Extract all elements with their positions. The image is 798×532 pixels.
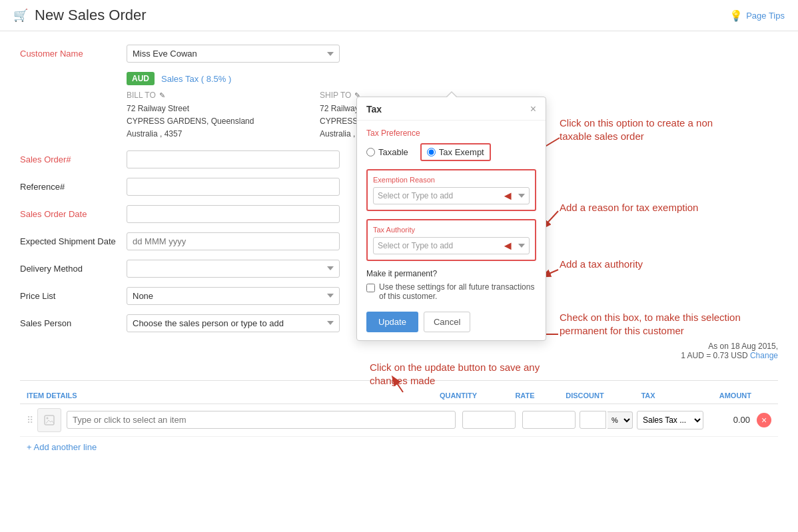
price-list-label: Price List bbox=[20, 287, 127, 301]
delivery-method-label: Delivery Method bbox=[20, 260, 127, 274]
item-description-input[interactable] bbox=[67, 411, 456, 429]
col-item-header: ITEM DETAILS bbox=[27, 392, 425, 399]
exchange-rate: As on 18 Aug 2015, 1 AUD = 0.73 USD Chan… bbox=[20, 342, 778, 360]
main-content: Customer Name Miss Eve Cowan AUD Sales T… bbox=[0, 31, 798, 471]
customer-name-label: Customer Name bbox=[20, 45, 127, 59]
annotation-2: Add a reason for tax exemption bbox=[560, 201, 719, 214]
modal-header: Tax × bbox=[357, 97, 546, 121]
annotation-5: Click on the update button to save any c… bbox=[370, 361, 543, 388]
shipment-date-input[interactable] bbox=[127, 232, 340, 250]
cancel-button[interactable]: Cancel bbox=[424, 312, 470, 332]
taxable-radio[interactable] bbox=[366, 148, 375, 156]
page-tips-label: Page Tips bbox=[746, 11, 785, 21]
reference-label: Reference# bbox=[20, 178, 127, 192]
sales-person-select[interactable]: Choose the sales person or type to add bbox=[127, 314, 340, 332]
ship-to-label: SHIP TO bbox=[320, 91, 351, 100]
taxable-option[interactable]: Taxable bbox=[366, 143, 408, 161]
sales-order-input[interactable]: SO-00031 bbox=[127, 150, 340, 168]
sales-tax-link[interactable]: Sales Tax ( 8.5% ) bbox=[161, 74, 231, 84]
tax-exempt-radio[interactable] bbox=[427, 148, 436, 156]
tax-preference-label: Tax Preference bbox=[366, 129, 536, 138]
modal-footer: Update Cancel bbox=[366, 309, 536, 332]
lightbulb-icon: 💡 bbox=[729, 9, 743, 22]
sales-order-label: Sales Order# bbox=[20, 150, 127, 164]
permanent-section-label: Make it permanent? bbox=[366, 269, 536, 278]
item-discount-wrap: 0 % $ bbox=[580, 411, 633, 429]
annotation-4: Check on this box, to make this selectio… bbox=[560, 311, 746, 338]
permanent-check-row[interactable]: Use these settings for all future transa… bbox=[366, 282, 536, 301]
customer-name-select[interactable]: Miss Eve Cowan bbox=[127, 45, 340, 63]
col-amount-header: AMOUNT bbox=[685, 392, 751, 399]
col-discount-header: DISCOUNT bbox=[558, 392, 611, 399]
tax-authority-select[interactable]: Select or Type to add bbox=[373, 237, 530, 254]
tax-preference-group: Taxable Tax Exempt bbox=[366, 143, 536, 161]
col-tax-header: TAX bbox=[611, 392, 685, 399]
sales-order-date-label: Sales Order Date bbox=[20, 205, 127, 219]
tax-authority-box: Tax Authority Select or Type to add ◄ bbox=[366, 219, 536, 261]
add-line-button[interactable]: + Add another line bbox=[20, 437, 778, 457]
bill-to-address: 72 Railway Street CYPRESS GARDENS, Queen… bbox=[127, 103, 300, 141]
tax-modal: Tax × Tax Preference Taxable Tax Exempt … bbox=[356, 97, 546, 341]
page-title-group: 🛒 New Sales Order bbox=[13, 7, 147, 24]
permanent-section: Make it permanent? Use these settings fo… bbox=[366, 269, 536, 301]
item-qty-input[interactable]: 1.00 bbox=[462, 411, 516, 429]
permanent-checkbox[interactable] bbox=[366, 284, 375, 292]
sales-order-date-input[interactable]: 14 Sep 2015 bbox=[127, 205, 340, 223]
annotation-1: Click on this option to create a non tax… bbox=[560, 117, 746, 144]
change-link[interactable]: Change bbox=[750, 351, 778, 360]
page-header: 🛒 New Sales Order 💡 Page Tips bbox=[0, 0, 798, 31]
sales-person-label: Sales Person bbox=[20, 314, 127, 328]
page-title: New Sales Order bbox=[35, 7, 147, 24]
update-button[interactable]: Update bbox=[366, 312, 418, 332]
item-table-header: ITEM DETAILS QUANTITY RATE DISCOUNT TAX … bbox=[20, 388, 778, 404]
annotation-3: Add a tax authority bbox=[560, 258, 719, 271]
exchange-rate-date: As on 18 Aug 2015, bbox=[708, 342, 778, 351]
bill-to-block: BILL TO ✎ 72 Railway Street CYPRESS GARD… bbox=[127, 91, 300, 141]
permanent-check-label: Use these settings for all future transa… bbox=[379, 282, 536, 301]
shipment-date-label: Expected Shipment Date bbox=[20, 232, 127, 246]
delivery-method-select[interactable] bbox=[127, 260, 340, 278]
bill-to-label-row: BILL TO ✎ bbox=[127, 91, 300, 100]
item-tax-select[interactable]: Sales Tax ... bbox=[637, 411, 703, 429]
taxable-label: Taxable bbox=[378, 147, 408, 157]
item-rate-input[interactable]: 0.00 bbox=[522, 411, 576, 429]
customer-name-row: Customer Name Miss Eve Cowan bbox=[20, 45, 778, 63]
item-thumbnail bbox=[37, 408, 61, 432]
tax-exempt-label: Tax Exempt bbox=[439, 147, 484, 157]
modal-body: Tax Preference Taxable Tax Exempt Exempt… bbox=[357, 121, 546, 340]
delete-item-button[interactable]: × bbox=[757, 413, 771, 427]
table-row: ⠿ 1.00 0.00 0 % $ Sales Tax ... 0.00 bbox=[20, 404, 778, 437]
price-list-select[interactable]: None bbox=[127, 287, 340, 305]
item-discount-input[interactable]: 0 bbox=[580, 411, 606, 429]
item-discount-type-select[interactable]: % $ bbox=[607, 411, 633, 429]
tax-exempt-option[interactable]: Tax Exempt bbox=[420, 143, 491, 161]
svg-point-1 bbox=[47, 417, 49, 419]
exemption-reason-box: Exemption Reason Select or Type to add ◄ bbox=[366, 169, 536, 211]
item-table-section: ITEM DETAILS QUANTITY RATE DISCOUNT TAX … bbox=[20, 380, 778, 457]
currency-badge: AUD bbox=[127, 72, 155, 85]
add-line-label: + Add another line bbox=[27, 442, 97, 452]
col-rate-header: RATE bbox=[492, 392, 558, 399]
currency-row: AUD Sales Tax ( 8.5% ) bbox=[127, 72, 778, 85]
bill-to-label: BILL TO bbox=[127, 91, 156, 100]
drag-handle-icon[interactable]: ⠿ bbox=[27, 415, 37, 425]
col-qty-header: QUANTITY bbox=[425, 392, 492, 399]
reference-input[interactable] bbox=[127, 178, 340, 196]
modal-close-button[interactable]: × bbox=[530, 104, 536, 115]
page-tips-button[interactable]: 💡 Page Tips bbox=[729, 9, 785, 22]
modal-title: Tax bbox=[366, 104, 382, 115]
exemption-reason-select[interactable]: Select or Type to add bbox=[373, 187, 530, 204]
item-amount: 0.00 bbox=[703, 415, 757, 425]
tax-authority-label: Tax Authority bbox=[373, 226, 530, 234]
bill-to-edit-icon[interactable]: ✎ bbox=[159, 91, 165, 100]
cart-icon: 🛒 bbox=[13, 8, 28, 23]
exchange-rate-value: 1 AUD = 0.73 USD bbox=[681, 351, 747, 360]
exemption-reason-label: Exemption Reason bbox=[373, 176, 530, 184]
